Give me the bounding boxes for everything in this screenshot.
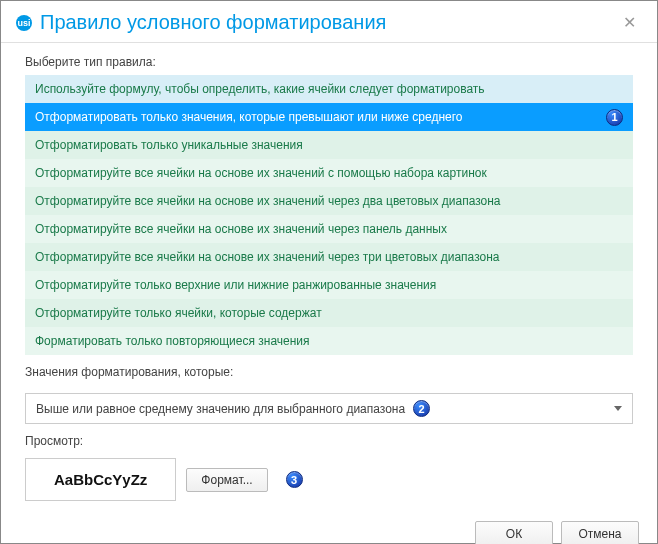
rule-item[interactable]: Отформатируйте все ячейки на основе их з… (25, 187, 633, 215)
preview-label: Просмотр: (25, 434, 633, 448)
preview-sample: AaBbCcYyZz (25, 458, 176, 501)
titlebar: usi Правило условного форматирования ✕ (1, 1, 657, 43)
rule-item-label: Отформатируйте только ячейки, которые со… (35, 306, 322, 320)
rule-item[interactable]: Форматировать только повторяющиеся значе… (25, 327, 633, 355)
rule-item-label: Отформатируйте все ячейки на основе их з… (35, 250, 499, 264)
rule-item[interactable]: Отформатировать только уникальные значен… (25, 131, 633, 159)
format-values-section: Значения форматирования, которые: Выше и… (25, 365, 633, 424)
format-values-dropdown[interactable]: Выше или равное среднему значению для вы… (25, 393, 633, 424)
rule-item[interactable]: Отформатируйте только ячейки, которые со… (25, 299, 633, 327)
rule-item[interactable]: Отформатируйте все ячейки на основе их з… (25, 159, 633, 187)
rule-type-label: Выберите тип правила: (25, 55, 633, 69)
close-button[interactable]: ✕ (617, 11, 642, 34)
dialog-title: Правило условного форматирования (40, 11, 617, 34)
callout-badge-3: 3 (286, 471, 303, 488)
rule-item-label: Отформатируйте только верхние или нижние… (35, 278, 436, 292)
rule-item-selected[interactable]: Отформатировать только значения, которые… (25, 103, 633, 131)
rule-item-label: Форматировать только повторяющиеся значе… (35, 334, 310, 348)
dialog-content: Выберите тип правила: Используйте формул… (1, 43, 657, 511)
dropdown-selected-text: Выше или равное среднему значению для вы… (36, 402, 405, 416)
app-icon: usi (16, 15, 32, 31)
rule-item-label: Используйте формулу, чтобы определить, к… (35, 82, 485, 96)
rule-item[interactable]: Отформатируйте только верхние или нижние… (25, 271, 633, 299)
rule-item-label: Отформатировать только уникальные значен… (35, 138, 303, 152)
preview-section: Просмотр: AaBbCcYyZz Формат... 3 (25, 434, 633, 501)
rule-item-label: Отформатируйте все ячейки на основе их з… (35, 194, 501, 208)
callout-badge-2: 2 (413, 400, 430, 417)
rule-item-label: Отформатируйте все ячейки на основе их з… (35, 222, 447, 236)
callout-badge-1: 1 (606, 109, 623, 126)
chevron-down-icon (614, 406, 622, 411)
rule-type-list: Используйте формулу, чтобы определить, к… (25, 75, 633, 355)
app-icon-label: usi (17, 18, 30, 28)
rule-item[interactable]: Отформатируйте все ячейки на основе их з… (25, 215, 633, 243)
rule-item[interactable]: Отформатируйте все ячейки на основе их з… (25, 243, 633, 271)
format-values-label: Значения форматирования, которые: (25, 365, 633, 379)
cancel-button[interactable]: Отмена (561, 521, 639, 544)
ok-button[interactable]: ОК (475, 521, 553, 544)
format-button[interactable]: Формат... (186, 468, 267, 492)
dialog-footer: ОК Отмена (1, 511, 657, 544)
rule-item[interactable]: Используйте формулу, чтобы определить, к… (25, 75, 633, 103)
dialog-window: usi Правило условного форматирования ✕ В… (0, 0, 658, 544)
rule-item-label: Отформатировать только значения, которые… (35, 110, 463, 124)
close-icon: ✕ (623, 14, 636, 31)
rule-item-label: Отформатируйте все ячейки на основе их з… (35, 166, 487, 180)
